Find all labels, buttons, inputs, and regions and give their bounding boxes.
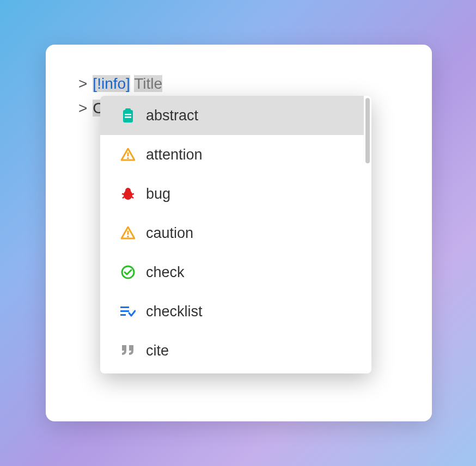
bug-icon [120, 186, 136, 202]
callout-type-tag: !info [97, 75, 126, 92]
suggestion-label: check [146, 264, 185, 281]
svg-rect-15 [120, 306, 129, 308]
svg-line-10 [123, 197, 125, 198]
warning-icon [120, 146, 136, 163]
suggestion-item-check[interactable]: check [100, 253, 364, 292]
svg-rect-12 [127, 231, 129, 235]
svg-line-8 [122, 194, 124, 194]
svg-rect-1 [125, 108, 131, 112]
quote-icon [120, 342, 136, 359]
svg-rect-16 [120, 310, 129, 312]
suggestion-item-bug[interactable]: bug [100, 174, 364, 213]
scrollbar-thumb[interactable] [365, 98, 370, 163]
svg-point-7 [125, 188, 131, 193]
svg-rect-2 [125, 114, 131, 115]
svg-rect-0 [123, 110, 133, 122]
scrollbar-track[interactable] [364, 96, 371, 373]
suggestion-label: checklist [146, 303, 203, 320]
svg-rect-4 [127, 152, 129, 156]
editor-card: >[!info] Title >C abstract [46, 45, 432, 421]
callout-bracket-close: ] [126, 75, 130, 92]
svg-line-11 [131, 197, 133, 198]
warning-icon [120, 225, 136, 241]
check-circle-icon [120, 264, 136, 280]
svg-rect-5 [127, 157, 129, 159]
suggestion-label: cite [146, 342, 169, 359]
svg-rect-17 [120, 314, 126, 316]
suggestion-label: attention [146, 146, 203, 163]
clipboard-icon [120, 107, 136, 124]
svg-rect-3 [125, 116, 131, 118]
suggestion-item-caution[interactable]: caution [100, 213, 364, 253]
callout-bracket-open: [ [93, 75, 97, 92]
suggestion-label: abstract [146, 107, 198, 124]
suggestion-item-attention[interactable]: attention [100, 135, 364, 174]
blockquote-chevron: > [78, 75, 87, 92]
suggestion-list: abstract attention [100, 96, 364, 373]
suggestion-item-checklist[interactable]: checklist [100, 292, 364, 331]
suggestion-label: bug [146, 186, 170, 203]
callout-title-placeholder: Title [134, 75, 162, 92]
suggestion-item-cite[interactable]: cite [100, 331, 364, 370]
autocomplete-popup: abstract attention [100, 96, 371, 373]
blockquote-chevron: > [78, 100, 87, 116]
editor-line-1[interactable]: >[!info] Title [78, 72, 399, 96]
suggestion-label: caution [146, 225, 193, 242]
svg-rect-13 [127, 236, 129, 237]
suggestion-item-abstract[interactable]: abstract [100, 96, 364, 135]
svg-line-9 [132, 194, 134, 194]
list-check-icon [120, 303, 136, 320]
